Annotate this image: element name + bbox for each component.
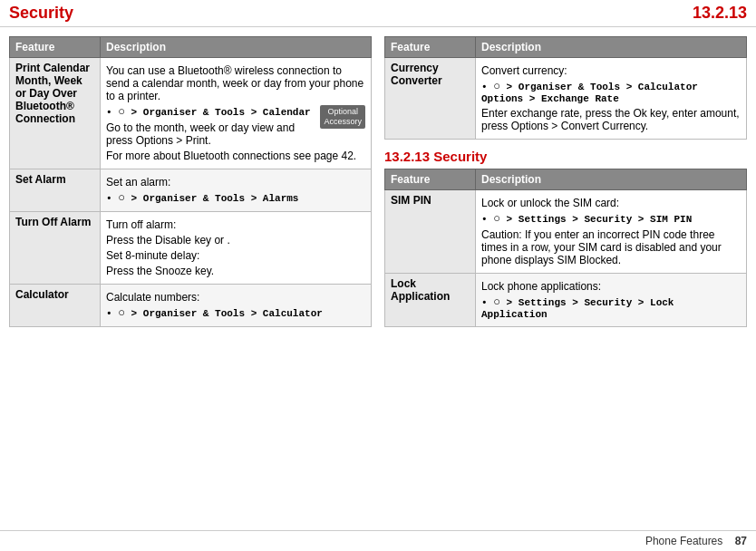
right-bottom-col2-header: Description [476,169,747,190]
table-row-description: Lock or unlock the SIM card:• ○ > Settin… [476,190,747,274]
desc-text: Press the Disable key or . [106,234,365,246]
table-row-description: Lock phone applications:• ○ > Settings >… [476,274,747,327]
left-col1-header: Feature [10,37,101,58]
section-heading: 13.2.13 Security [384,149,747,164]
desc-text: Caution: If you enter an incorrect PIN c… [481,228,741,266]
table-row-description: Turn off alarm:Press the Disable key or … [101,212,372,285]
right-column: Feature Description Currency ConverterCo… [384,36,747,327]
desc-text: Convert currency: [481,64,741,77]
desc-text: Lock or unlock the SIM card: [481,197,741,209]
table-row-description: Set an alarm:• ○ > Organiser & Tools > A… [101,169,372,212]
desc-text: Set an alarm: [106,176,365,188]
menu-path: • ○ > Settings > Security > Lock Applica… [481,295,741,320]
desc-text: Enter exchange rate, press the Ok key, e… [481,107,741,132]
table-row-feature: Calculator [10,285,101,327]
page-title: Security [9,4,73,23]
page-header: Security 13.2.13 [0,0,756,27]
left-table: Feature Description Print Calendar Month… [9,36,372,327]
table-row-description: Calculate numbers:• ○ > Organiser & Tool… [101,285,372,327]
desc-text: Lock phone applications: [481,280,741,293]
left-column: Feature Description Print Calendar Month… [9,36,372,327]
table-row-feature: SIM PIN [385,190,476,274]
footer-text: Phone Features 87 [645,535,747,547]
right-bottom-col1-header: Feature [385,169,476,190]
menu-path: • ○ > Organiser & Tools > Calculator [106,306,365,320]
table-row-description: You can use a Bluetooth® wireless connec… [101,58,372,169]
accessory-badge: OptionalAccessory [320,105,365,129]
right-top-col2-header: Description [476,37,747,58]
desc-text: You can use a Bluetooth® wireless connec… [106,64,365,102]
main-content: Feature Description Print Calendar Month… [0,27,756,336]
desc-text: Set 8-minute delay: [106,249,365,262]
chapter-number: 13.2.13 [693,4,747,23]
left-col2-header: Description [101,37,372,58]
right-top-col1-header: Feature [385,37,476,58]
menu-path: • ○ > Organiser & Tools > Calculator Opt… [481,80,741,104]
table-row-feature: Turn Off Alarm [10,212,101,285]
desc-text: Calculate numbers: [106,291,365,304]
table-row-description: Convert currency:• ○ > Organiser & Tools… [476,58,747,140]
table-row-feature: Print Calendar Month, Week or Day Over B… [10,58,101,169]
desc-text: Turn off alarm: [106,218,365,231]
desc-text: For more about Bluetooth connections see… [106,150,365,162]
table-row-feature: Set Alarm [10,169,101,212]
table-row-feature: Lock Application [385,274,476,327]
table-row-feature: Currency Converter [385,58,476,140]
menu-path: • ○ > Organiser & Tools > Alarms [106,191,365,205]
right-bottom-table: Feature Description SIM PINLock or unloc… [384,169,747,327]
page-footer: Phone Features 87 [0,530,756,551]
desc-text: Press the Snooze key. [106,265,365,277]
right-top-table: Feature Description Currency ConverterCo… [384,36,747,140]
menu-path: • ○ > Settings > Security > SIM PIN [481,212,741,226]
